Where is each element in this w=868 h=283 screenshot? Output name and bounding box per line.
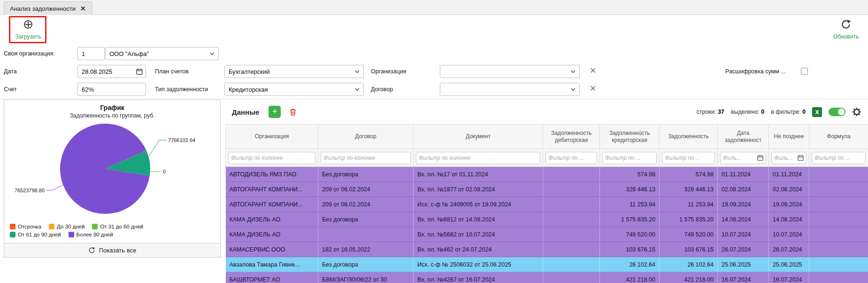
separator bbox=[0, 99, 868, 99]
filter-area: Своя организация: ООО "Альфа" Дата План … bbox=[0, 44, 868, 99]
contract-label: Договор bbox=[371, 83, 393, 96]
filter-input-debt[interactable] bbox=[665, 155, 712, 161]
plan-value: Бухгалтерский bbox=[229, 68, 352, 75]
debt-type-combo[interactable]: Кредиторская bbox=[224, 83, 364, 96]
debt-type-label: Тип задолженности bbox=[155, 83, 208, 96]
calendar-icon[interactable] bbox=[798, 155, 804, 161]
callout-line bbox=[46, 185, 64, 190]
date-input[interactable] bbox=[82, 68, 136, 75]
table-row-highlighted[interactable]: Авзалова Тамара Гивие...Без договораИсх.… bbox=[226, 257, 868, 272]
refresh-button[interactable]: Обновить bbox=[829, 18, 863, 41]
date-label: Дата bbox=[4, 65, 17, 78]
add-row-button[interactable]: + bbox=[269, 106, 281, 118]
legend-swatch bbox=[49, 224, 54, 229]
account-input[interactable] bbox=[77, 83, 146, 96]
filter-input-debt-date[interactable] bbox=[723, 155, 756, 161]
org-clear-icon[interactable]: ✕ bbox=[588, 65, 598, 78]
col-header-debt[interactable]: Задолженность bbox=[660, 125, 718, 149]
table-row[interactable]: КАМА ДИЗЕЛЬ АОВх. пл. №5682 от 10.07.202… bbox=[226, 227, 868, 242]
load-icon bbox=[23, 19, 33, 31]
contract-combo[interactable] bbox=[440, 83, 580, 96]
tab-debt-analysis[interactable]: Анализ задолженности ✕ bbox=[4, 1, 92, 15]
col-header-debt-date[interactable]: Дата задолженност bbox=[718, 125, 769, 149]
chart-panel: График Задолженность по группам, руб. 77… bbox=[4, 100, 221, 244]
table-row[interactable]: КАМА ДИЗЕЛЬ АОБез договораВх. пл. №6812 … bbox=[226, 212, 868, 227]
legend-label: От 31 до 60 дней bbox=[100, 224, 143, 229]
table-row[interactable]: АВТОГАРАНТ КОМПАНИ...209 от 06.02.2024Ис… bbox=[226, 197, 868, 212]
table-row[interactable]: КАМАСЕРВИС ООО182 от 16.05.2022Вх. пл. №… bbox=[226, 242, 868, 257]
excel-export-icon[interactable]: X bbox=[812, 107, 822, 117]
tab-close-icon[interactable]: ✕ bbox=[80, 5, 86, 12]
load-label: Загрузить bbox=[15, 33, 41, 40]
legend-swatch bbox=[10, 232, 15, 237]
date-field[interactable] bbox=[77, 65, 146, 78]
data-table: Организация Договор Документ Задолженнос… bbox=[225, 124, 868, 283]
callout-green-value: 7766102.64 bbox=[168, 137, 195, 143]
table-row[interactable]: АВТОГАРАНТ КОМПАНИ...209 от 06.02.2024Вх… bbox=[226, 182, 868, 197]
contract-clear-icon[interactable]: ✕ bbox=[588, 83, 598, 96]
table-row[interactable]: АВТОДИЗЕЛЬ ЯМЗ ПАОБез договораВх. пл. №1… bbox=[226, 167, 868, 182]
load-button[interactable]: Загрузить bbox=[13, 18, 43, 41]
decode-label: Расшифровка сумм ... bbox=[725, 65, 786, 78]
chevron-down-icon bbox=[571, 69, 576, 74]
calendar-icon[interactable] bbox=[757, 155, 763, 161]
stat-rows: строки: 37 bbox=[697, 109, 724, 115]
show-all-label: Показать все bbox=[99, 247, 136, 254]
filter-input-organization[interactable] bbox=[231, 155, 313, 161]
col-header-not-later[interactable]: Не позднее bbox=[769, 125, 809, 149]
own-org-code-input[interactable] bbox=[77, 47, 105, 60]
legend-label: Более 90 дней bbox=[77, 232, 113, 237]
refresh-icon bbox=[841, 19, 851, 31]
org-combo[interactable] bbox=[440, 65, 580, 78]
gear-icon[interactable] bbox=[852, 107, 861, 117]
filter-input-debit-debt[interactable] bbox=[548, 155, 594, 161]
data-panel-title: Данные bbox=[232, 108, 259, 116]
legend-item: От 31 до 60 дней bbox=[92, 224, 143, 229]
chevron-down-icon bbox=[355, 87, 360, 92]
refresh-icon bbox=[88, 247, 95, 254]
calendar-icon[interactable] bbox=[136, 68, 143, 75]
own-org-name: ООО "Альфа" bbox=[109, 50, 207, 57]
stat-selected: выделено: 0 bbox=[731, 109, 764, 115]
legend-swatch bbox=[69, 232, 74, 237]
toolbar: Загрузить Обновить bbox=[0, 15, 868, 44]
col-header-debit-debt[interactable]: Задолженность дебиторская bbox=[543, 125, 600, 149]
col-header-organization[interactable]: Организация bbox=[226, 125, 318, 149]
col-header-contract[interactable]: Договор bbox=[318, 125, 414, 149]
callout-zero-value: 0 bbox=[163, 169, 166, 174]
table-row[interactable]: БАШВТОРМЕТ АОБВМ/ЗАГ/30/06/22 от 30Вх. п… bbox=[226, 272, 868, 283]
show-all-button[interactable]: Показать все bbox=[4, 244, 221, 258]
legend-label: От 61 до 90 дней bbox=[18, 232, 61, 237]
pie-chart: 7766102.64 0 76523798.80 bbox=[4, 119, 220, 219]
legend-swatch bbox=[10, 224, 15, 229]
debt-type-value: Кредиторская bbox=[229, 86, 352, 93]
filter-input-credit-debt[interactable] bbox=[605, 155, 654, 161]
refresh-label: Обновить bbox=[833, 33, 859, 40]
col-header-formula[interactable]: Формула bbox=[809, 125, 868, 149]
chart-title: График bbox=[4, 104, 220, 111]
table-header-row: Организация Договор Документ Задолженнос… bbox=[226, 125, 868, 149]
own-org-combo[interactable]: ООО "Альфа" bbox=[105, 47, 219, 60]
col-header-credit-debt[interactable]: Задолженность кредиторская bbox=[600, 125, 660, 149]
org-label: Организация bbox=[371, 65, 406, 78]
toggle-knob bbox=[838, 109, 845, 115]
chart-legend: Отсрочка До 30 дней От 31 до 60 дней От … bbox=[4, 220, 220, 237]
decode-checkbox[interactable] bbox=[801, 68, 808, 75]
filter-input-document[interactable] bbox=[419, 155, 538, 161]
stat-filtered: в фильтре: 0 bbox=[771, 109, 806, 115]
chevron-down-icon bbox=[210, 51, 215, 56]
callout-line bbox=[146, 140, 167, 160]
legend-item: От 61 до 90 дней bbox=[10, 232, 61, 237]
account-label: Счет bbox=[4, 83, 17, 96]
filter-input-contract[interactable] bbox=[323, 155, 408, 161]
chevron-down-icon bbox=[571, 87, 576, 92]
col-header-document[interactable]: Документ bbox=[414, 125, 543, 149]
toggle-switch[interactable] bbox=[829, 108, 845, 116]
filter-input-not-later[interactable] bbox=[774, 155, 796, 161]
filter-input-formula[interactable] bbox=[814, 155, 863, 161]
delete-row-button[interactable] bbox=[287, 106, 299, 118]
legend-label: Отсрочка bbox=[18, 224, 41, 229]
chart-subtitle: Задолженность по группам, руб. bbox=[4, 112, 220, 119]
plan-combo[interactable]: Бухгалтерский bbox=[224, 65, 364, 78]
data-panel-header: Данные + строки: 37 выделено: 0 в фильтр… bbox=[225, 100, 868, 124]
